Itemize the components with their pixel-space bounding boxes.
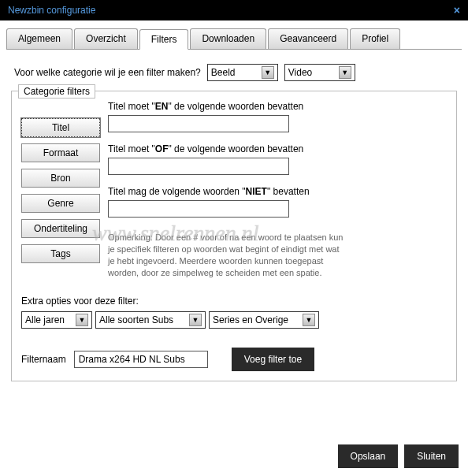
chevron-down-icon: ▼ <box>303 314 315 326</box>
close-button[interactable]: Sluiten <box>404 444 459 468</box>
category-filters-fieldset: Categorie filters Titel Formaat Bron Gen… <box>11 91 457 381</box>
input-or[interactable] <box>108 158 289 175</box>
add-filter-button[interactable]: Voeg filter toe <box>232 348 314 371</box>
category-select-2[interactable]: Video ▼ <box>284 64 355 81</box>
extra-options-label: Extra opties voor deze filter: <box>21 296 447 307</box>
chevron-down-icon: ▼ <box>189 314 202 326</box>
category-select-1[interactable]: Beeld ▼ <box>207 64 278 81</box>
tab-filters[interactable]: Filters <box>139 29 189 50</box>
close-icon[interactable]: × <box>454 4 460 17</box>
note-text: Opmerking: Door een # voor of na een woo… <box>108 232 344 278</box>
category-select-2-value: Video <box>288 67 312 78</box>
chevron-down-icon: ▼ <box>339 66 351 79</box>
category-select-1-value: Beeld <box>211 67 236 78</box>
tab-downloaden[interactable]: Downloaden <box>190 28 266 49</box>
side-btn-tags[interactable]: Tags <box>21 244 100 263</box>
titlebar: Newzbin configuratie × <box>0 0 468 20</box>
label-not: Titel mag de volgende woorden "NIET" bev… <box>108 186 447 197</box>
side-btn-bron[interactable]: Bron <box>21 169 100 188</box>
extra-select-subs-value: Alle soorten Subs <box>99 314 173 325</box>
label-or: Titel moet "OF" de volgende woorden beva… <box>108 143 447 154</box>
label-and: Titel moet "EN" de volgende woorden beva… <box>108 101 447 112</box>
tab-algemeen[interactable]: Algemeen <box>6 28 72 49</box>
fieldset-legend: Categorie filters <box>18 84 95 99</box>
side-button-column: Titel Formaat Bron Genre Ondertiteling T… <box>21 118 100 278</box>
extra-select-years-value: Alle jaren <box>25 314 65 325</box>
extra-select-subs[interactable]: Alle soorten Subs ▼ <box>95 311 206 329</box>
input-and[interactable] <box>108 115 289 132</box>
side-btn-titel[interactable]: Titel <box>21 118 100 137</box>
chevron-down-icon: ▼ <box>262 66 274 79</box>
tab-bar: Algemeen Overzicht Filters Downloaden Ge… <box>6 28 462 50</box>
tab-overzicht[interactable]: Overzicht <box>74 28 138 49</box>
filtername-input[interactable] <box>74 351 208 368</box>
side-btn-ondertiteling[interactable]: Ondertiteling <box>21 219 100 238</box>
chevron-down-icon: ▼ <box>76 314 88 326</box>
input-not[interactable] <box>108 200 289 218</box>
category-question: Voor welke categorie wil je een filter m… <box>14 67 201 78</box>
extra-select-series-value: Series en Overige <box>213 314 288 325</box>
filtername-label: Filternaam <box>21 354 66 365</box>
side-btn-genre[interactable]: Genre <box>21 194 100 213</box>
window-title: Newzbin configuratie <box>8 5 95 16</box>
tab-geavanceerd[interactable]: Geavanceerd <box>268 28 348 49</box>
side-btn-formaat[interactable]: Formaat <box>21 143 100 162</box>
extra-select-years[interactable]: Alle jaren ▼ <box>21 311 92 329</box>
save-button[interactable]: Opslaan <box>338 444 399 468</box>
extra-select-series[interactable]: Series en Overige ▼ <box>209 311 319 329</box>
tab-profiel[interactable]: Profiel <box>350 28 400 49</box>
